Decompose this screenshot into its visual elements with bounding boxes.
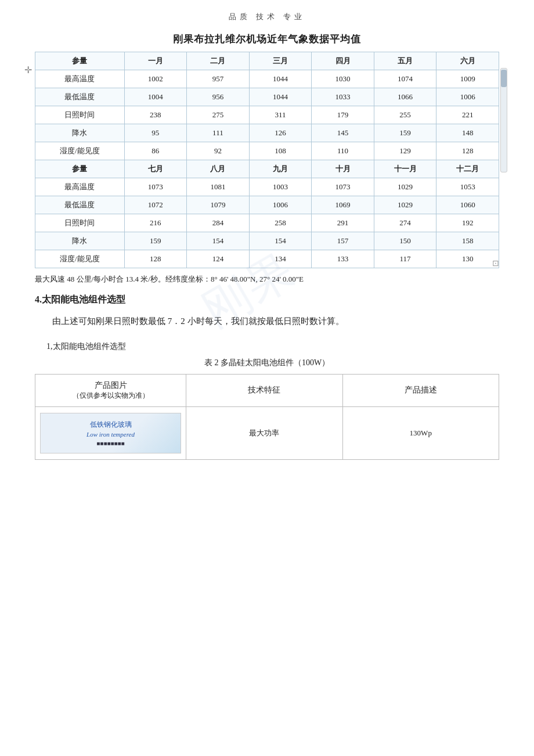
cell: 158 [436, 232, 499, 250]
cell: 1006 [249, 196, 312, 214]
product-image-label-en: Low iron tempered [86, 431, 135, 438]
cell: 117 [374, 250, 436, 268]
cell: 154 [249, 232, 312, 250]
table-row: 最高温度 1002 957 1044 1030 1074 1009 [35, 70, 499, 88]
cell: 133 [312, 250, 374, 268]
product-image-sublabel: ■■■■■■■■ [96, 440, 124, 447]
table-row: 湿度/能见度 128 124 134 133 117 130 [35, 250, 499, 268]
col-header-oct: 十月 [312, 160, 374, 178]
cell: 258 [249, 214, 312, 232]
cell: 1029 [374, 178, 436, 196]
section4-body: 由上述可知刚果日照时数最低 7．2 小时每天，我们就按最低日照时数计算。 [35, 313, 499, 330]
cell: 92 [187, 142, 250, 160]
cell: 159 [124, 232, 187, 250]
table-row: 湿度/能见度 86 92 108 110 129 128 [35, 142, 499, 160]
cell: 956 [187, 88, 250, 106]
product-desc-cell: 130Wp [342, 406, 499, 459]
footer-note: 最大风速 48 公里/每小时合 13.4 米/秒。经纬度坐标：8° 46' 48… [35, 274, 499, 285]
col-header-may: 五月 [374, 52, 436, 70]
cell: 1060 [436, 196, 499, 214]
col-header-param2: 参量 [35, 160, 125, 178]
resize-icon: ⊡ [492, 258, 499, 268]
cell: 157 [312, 232, 374, 250]
col-header-apr: 四月 [312, 52, 374, 70]
cell: 1033 [312, 88, 374, 106]
cell: 221 [436, 106, 499, 124]
cell: 150 [374, 232, 436, 250]
cell: 95 [124, 124, 187, 142]
product-row: 低铁钢化玻璃 Low iron tempered ■■■■■■■■ 最大功率 1… [35, 406, 499, 459]
cell: 275 [187, 106, 250, 124]
cell: 192 [436, 214, 499, 232]
col-header-jan: 一月 [124, 52, 187, 70]
cell: 1044 [249, 70, 312, 88]
scrollbar[interactable] [500, 68, 507, 172]
cell: 1069 [312, 196, 374, 214]
cell: 128 [124, 250, 187, 268]
cell: 110 [312, 142, 374, 160]
col-header-dec: 十二月 [436, 160, 499, 178]
cell: 1074 [374, 70, 436, 88]
col-header-jun: 六月 [436, 52, 499, 70]
table-row: 日照时间 216 284 258 291 274 192 [35, 214, 499, 232]
cell: 274 [374, 214, 436, 232]
cell: 216 [124, 214, 187, 232]
cell: 1079 [187, 196, 250, 214]
row-label: 日照时间 [35, 214, 125, 232]
col-header-desc: 产品描述 [342, 374, 499, 406]
cell: 311 [249, 106, 312, 124]
cell: 108 [249, 142, 312, 160]
row-label: 最高温度 [35, 178, 125, 196]
cell: 1066 [374, 88, 436, 106]
row-label: 最低温度 [35, 196, 125, 214]
table-row: 日照时间 238 275 311 179 255 221 [35, 106, 499, 124]
cell: 1053 [436, 178, 499, 196]
row-label: 降水 [35, 232, 125, 250]
table-row: 降水 95 111 126 145 159 148 [35, 124, 499, 142]
col-header-feb: 二月 [187, 52, 250, 70]
col-header-param1: 参量 [35, 52, 125, 70]
product-image-cell: 低铁钢化玻璃 Low iron tempered ■■■■■■■■ [35, 406, 186, 459]
cell: 111 [187, 124, 250, 142]
weather-table: 参量 一月 二月 三月 四月 五月 六月 最高温度 1002 957 1044 … [35, 52, 499, 268]
cell: 291 [312, 214, 374, 232]
row-label: 湿度/能见度 [35, 250, 125, 268]
product-table-header: 产品图片（仅供参考以实物为准） 技术特征 产品描述 [35, 374, 499, 406]
cell: 1073 [124, 178, 187, 196]
col-header-jul: 七月 [124, 160, 187, 178]
weather-table-wrapper: ✛ 参量 一月 二月 三月 四月 五月 六月 最高温度 1002 957 104… [35, 52, 499, 268]
cell: 1002 [124, 70, 187, 88]
cell: 1030 [312, 70, 374, 88]
cell: 1006 [436, 88, 499, 106]
col-header-mar: 三月 [249, 52, 312, 70]
cell: 284 [187, 214, 250, 232]
cell: 1003 [249, 178, 312, 196]
row-label: 湿度/能见度 [35, 142, 125, 160]
cell: 145 [312, 124, 374, 142]
cell: 179 [312, 106, 374, 124]
cell: 148 [436, 124, 499, 142]
cell: 1081 [187, 178, 250, 196]
col-header-nov: 十一月 [374, 160, 436, 178]
cell: 1072 [124, 196, 187, 214]
cell: 154 [187, 232, 250, 250]
row-label: 最低温度 [35, 88, 125, 106]
table-row: 最低温度 1004 956 1044 1033 1066 1006 [35, 88, 499, 106]
table-row: 降水 159 154 154 157 150 158 [35, 232, 499, 250]
sub-section-label: 1,太阳能电池组件选型 [46, 341, 499, 352]
cell: 1044 [249, 88, 312, 106]
cell: 1004 [124, 88, 187, 106]
table-title: 刚果布拉扎维尔机场近年气象数据平均值 [35, 33, 499, 46]
cell: 129 [374, 142, 436, 160]
scrollbar-thumb[interactable] [501, 70, 507, 87]
cell: 126 [249, 124, 312, 142]
cell: 1009 [436, 70, 499, 88]
cell: 134 [249, 250, 312, 268]
cell: 128 [436, 142, 499, 160]
table-header-row-1: 参量 一月 二月 三月 四月 五月 六月 [35, 52, 499, 70]
row-label: 降水 [35, 124, 125, 142]
top-bar: 品质 技术 专业 [35, 12, 499, 22]
col-header-image: 产品图片（仅供参考以实物为准） [35, 374, 186, 406]
col-header-aug: 八月 [187, 160, 250, 178]
product-table: 产品图片（仅供参考以实物为准） 技术特征 产品描述 低铁钢化玻璃 Low iro… [35, 374, 499, 460]
